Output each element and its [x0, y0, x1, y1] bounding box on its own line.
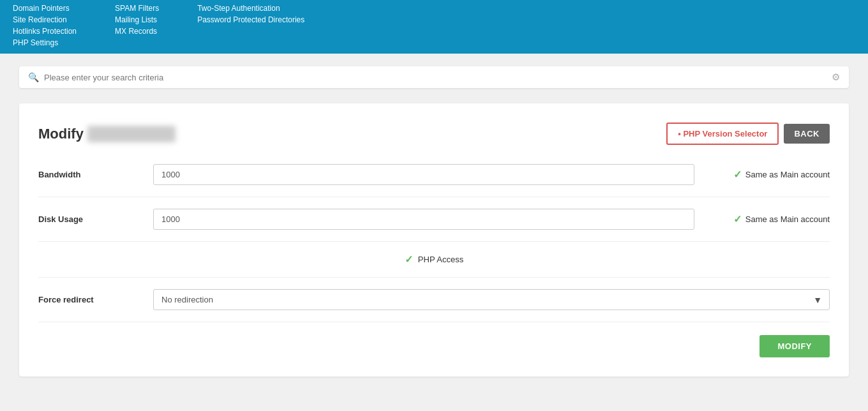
- gear-icon[interactable]: ⚙: [832, 71, 840, 83]
- bandwidth-input-wrap: [153, 164, 694, 185]
- disk-usage-same-label: Same as Main account: [745, 214, 830, 224]
- nav-columns: Domain Pointers Site Redirection Hotlink…: [13, 4, 855, 47]
- nav-domain-pointers[interactable]: Domain Pointers: [13, 4, 77, 13]
- top-navigation: Domain Pointers Site Redirection Hotlink…: [0, 0, 868, 54]
- nav-col-3: Two-Step Authentication Password Protect…: [197, 4, 304, 47]
- bandwidth-same-as-main[interactable]: ✓ Same as Main account: [702, 168, 830, 181]
- disk-usage-label: Disk Usage: [38, 214, 153, 224]
- nav-col-1: Domain Pointers Site Redirection Hotlink…: [13, 4, 77, 47]
- php-version-selector-button[interactable]: PHP Version Selector: [666, 123, 779, 145]
- main-wrapper: 🔍 ⚙ Modify jgprakmat.ir PHP Version Sele…: [0, 54, 868, 411]
- bandwidth-row: Bandwidth ✓ Same as Main account: [38, 164, 830, 197]
- search-icon: 🔍: [28, 72, 39, 82]
- search-input[interactable]: [44, 73, 832, 82]
- php-access-label[interactable]: ✓ PHP Access: [405, 253, 463, 265]
- nav-two-step-auth[interactable]: Two-Step Authentication: [197, 4, 304, 13]
- nav-mx-records[interactable]: MX Records: [115, 27, 159, 36]
- back-button[interactable]: BACK: [784, 124, 830, 144]
- nav-spam-filters[interactable]: SPAM Filters: [115, 4, 159, 13]
- nav-col-2: SPAM Filters Mailing Lists MX Records: [115, 4, 159, 47]
- disk-usage-same-as-main[interactable]: ✓ Same as Main account: [702, 213, 830, 225]
- bandwidth-check-icon: ✓: [733, 168, 742, 181]
- nav-site-redirection[interactable]: Site Redirection: [13, 15, 77, 24]
- bandwidth-input[interactable]: [153, 164, 694, 185]
- force-redirect-row: Force redirect ⓘ No redirection HTTP HTT…: [38, 289, 830, 322]
- php-access-text: PHP Access: [418, 255, 463, 264]
- title-prefix: Modify: [38, 126, 84, 142]
- php-access-row: ✓ PHP Access: [38, 253, 830, 278]
- disk-usage-check-icon: ✓: [733, 213, 742, 225]
- nav-password-protected[interactable]: Password Protected Directories: [197, 15, 304, 24]
- modify-button[interactable]: MODIFY: [760, 335, 830, 357]
- bandwidth-same-label: Same as Main account: [745, 170, 830, 179]
- search-bar: 🔍 ⚙: [19, 66, 849, 88]
- disk-usage-input[interactable]: [153, 209, 694, 230]
- bandwidth-label: Bandwidth: [38, 170, 153, 179]
- redirect-select-wrap: No redirection HTTP HTTPS ▼: [153, 289, 830, 310]
- disk-usage-input-wrap: [153, 209, 694, 230]
- php-access-check-icon: ✓: [405, 253, 413, 265]
- nav-mailing-lists[interactable]: Mailing Lists: [115, 15, 159, 24]
- content-panel: Modify jgprakmat.ir PHP Version Selector…: [19, 103, 849, 377]
- nav-hotlinks-protection[interactable]: Hotlinks Protection: [13, 27, 77, 36]
- force-redirect-label: Force redirect: [38, 295, 153, 304]
- title-domain: jgprakmat.ir: [87, 126, 176, 142]
- page-title: Modify jgprakmat.ir: [38, 126, 176, 142]
- force-redirect-label-wrap: Force redirect ⓘ: [38, 294, 153, 306]
- nav-php-settings[interactable]: PHP Settings: [13, 38, 77, 47]
- header-buttons: PHP Version Selector BACK: [666, 123, 830, 145]
- panel-header: Modify jgprakmat.ir PHP Version Selector…: [38, 123, 830, 145]
- disk-usage-row: Disk Usage ✓ Same as Main account: [38, 209, 830, 242]
- modify-row: MODIFY: [38, 335, 830, 357]
- redirect-select[interactable]: No redirection HTTP HTTPS: [153, 289, 830, 310]
